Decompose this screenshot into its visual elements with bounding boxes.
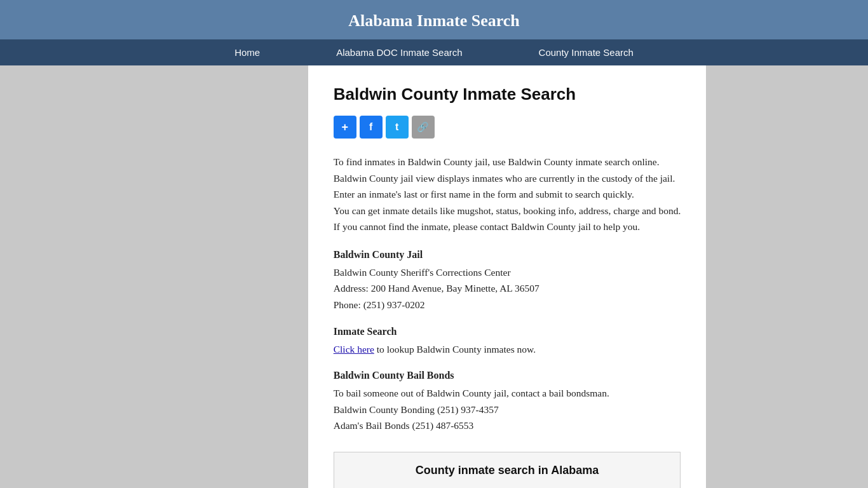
desc-line-1: To find inmates in Baldwin County jail, …	[334, 154, 681, 170]
share-icon: +	[341, 121, 348, 134]
copy-link-button[interactable]: 🔗	[412, 116, 435, 139]
nav-doc-search[interactable]: Alabama DOC Inmate Search	[298, 39, 500, 65]
bail-bonds-section: Baldwin County Bail Bonds To bail someon…	[334, 370, 681, 434]
inmate-search-title: Inmate Search	[334, 326, 681, 337]
inmate-search-content: Click here to lookup Baldwin County inma…	[334, 341, 681, 358]
click-here-link[interactable]: Click here	[334, 344, 374, 355]
county-search-box: County inmate search in Alabama BaldwinB…	[334, 452, 681, 488]
facebook-icon: f	[369, 121, 372, 133]
desc-line-4: You can get inmate details like mugshot,…	[334, 203, 681, 219]
bail-line-2: Baldwin County Bonding (251) 937-4357	[334, 402, 681, 418]
jail-line-2: Address: 200 Hand Avenue, Bay Minette, A…	[334, 280, 681, 297]
jail-line-3: Phone: (251) 937-0202	[334, 297, 681, 313]
nav-county-search[interactable]: County Inmate Search	[501, 39, 672, 65]
jail-title: Baldwin County Jail	[334, 249, 681, 261]
jail-info: Baldwin County Jail Baldwin County Sheri…	[334, 249, 681, 313]
desc-line-3: Enter an inmate's last or first name in …	[334, 186, 681, 203]
social-buttons: + f t 🔗	[334, 116, 681, 139]
jail-content: Baldwin County Sheriff's Corrections Cen…	[334, 264, 681, 313]
description-text: To find inmates in Baldwin County jail, …	[334, 154, 681, 235]
content-wrapper: Baldwin County Inmate Search + f t 🔗 To …	[308, 65, 707, 488]
site-title: Alabama Inmate Search	[0, 11, 868, 30]
desc-line-2: Baldwin County jail view displays inmate…	[334, 170, 681, 187]
bail-bonds-content: To bail someone out of Baldwin County ja…	[334, 385, 681, 434]
bail-line-3: Adam's Bail Bonds (251) 487-6553	[334, 417, 681, 434]
site-header: Alabama Inmate Search	[0, 0, 868, 39]
inmate-search-section: Inmate Search Click here to lookup Baldw…	[334, 326, 681, 358]
share-button[interactable]: +	[334, 116, 356, 139]
page-layout: Baldwin County Inmate Search + f t 🔗 To …	[0, 65, 868, 488]
twitter-button[interactable]: t	[386, 116, 409, 139]
bail-bonds-title: Baldwin County Bail Bonds	[334, 370, 681, 381]
desc-line-5: If you cannot find the inmate, please co…	[334, 219, 681, 235]
bail-line-1: To bail someone out of Baldwin County ja…	[334, 385, 681, 402]
jail-line-1: Baldwin County Sheriff's Corrections Cen…	[334, 264, 681, 281]
click-here-suffix: to lookup Baldwin County inmates now.	[374, 344, 536, 355]
county-search-title: County inmate search in Alabama	[347, 464, 668, 477]
nav-home[interactable]: Home	[196, 39, 298, 65]
page-title: Baldwin County Inmate Search	[334, 85, 681, 104]
link-icon: 🔗	[417, 121, 429, 133]
main-nav: Home Alabama DOC Inmate Search County In…	[0, 39, 868, 65]
left-sidebar	[0, 65, 146, 488]
twitter-icon: t	[395, 121, 398, 133]
facebook-button[interactable]: f	[360, 116, 383, 139]
